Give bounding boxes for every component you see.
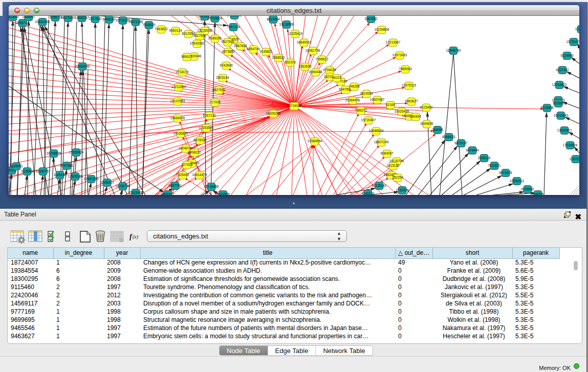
svg-text:19218506: 19218506 bbox=[279, 23, 294, 26]
svg-text:6879197: 6879197 bbox=[454, 141, 468, 145]
svg-text:1733426: 1733426 bbox=[396, 188, 409, 192]
svg-text:8267130: 8267130 bbox=[203, 114, 216, 117]
svg-text:12213369: 12213369 bbox=[171, 85, 186, 89]
svg-text:8958923: 8958923 bbox=[442, 135, 455, 139]
svg-text:14526392: 14526392 bbox=[227, 16, 242, 17]
svg-text:9319508: 9319508 bbox=[216, 192, 230, 195]
svg-text:10688609: 10688609 bbox=[369, 129, 384, 133]
svg-text:7515520: 7515520 bbox=[142, 23, 156, 27]
svg-text:7485063: 7485063 bbox=[399, 67, 412, 71]
svg-text:1167533: 1167533 bbox=[570, 157, 579, 161]
svg-text:1527602: 1527602 bbox=[89, 17, 102, 20]
svg-text:2087682: 2087682 bbox=[364, 17, 378, 20]
svg-text:62160: 62160 bbox=[386, 103, 395, 106]
svg-text:746266: 746266 bbox=[349, 84, 360, 88]
svg-text:16154808: 16154808 bbox=[375, 28, 389, 31]
svg-text:9115460: 9115460 bbox=[420, 105, 433, 109]
svg-text:12353594: 12353594 bbox=[199, 126, 214, 129]
svg-text:12213967: 12213967 bbox=[386, 40, 401, 44]
svg-text:7632621: 7632621 bbox=[488, 164, 501, 167]
svg-text:9699695: 9699695 bbox=[420, 122, 433, 125]
svg-text:7625402: 7625402 bbox=[176, 173, 189, 177]
svg-text:9960124: 9960124 bbox=[169, 29, 182, 32]
svg-text:8835061: 8835061 bbox=[10, 164, 23, 168]
svg-text:8186326: 8186326 bbox=[208, 36, 222, 40]
svg-text:16914479: 16914479 bbox=[192, 173, 207, 177]
svg-text:2055724: 2055724 bbox=[16, 21, 29, 25]
svg-text:16671355: 16671355 bbox=[128, 20, 143, 24]
svg-text:9084067: 9084067 bbox=[380, 151, 394, 155]
svg-text:7955812: 7955812 bbox=[315, 57, 329, 61]
svg-text:15720407: 15720407 bbox=[361, 118, 376, 122]
svg-text:19654905: 19654905 bbox=[170, 116, 185, 120]
svg-text:2313607: 2313607 bbox=[9, 16, 19, 18]
svg-text:9242848: 9242848 bbox=[220, 63, 233, 67]
svg-text:10033809: 10033809 bbox=[208, 16, 223, 20]
svg-text:20691406: 20691406 bbox=[35, 20, 50, 24]
svg-text:46123: 46123 bbox=[332, 76, 341, 79]
svg-text:12975115: 12975115 bbox=[402, 83, 417, 87]
svg-text:19384554: 19384554 bbox=[308, 139, 322, 143]
svg-text:832203: 832203 bbox=[285, 60, 296, 64]
svg-text:18375497: 18375497 bbox=[61, 16, 76, 19]
svg-text:327433: 327433 bbox=[181, 163, 192, 166]
svg-text:9245123: 9245123 bbox=[361, 192, 375, 195]
svg-text:6466160: 6466160 bbox=[102, 17, 116, 21]
svg-text:8990448: 8990448 bbox=[309, 70, 322, 74]
svg-text:11325419: 11325419 bbox=[288, 32, 303, 35]
svg-text:16210643: 16210643 bbox=[554, 114, 569, 117]
svg-text:9097586: 9097586 bbox=[60, 164, 73, 167]
svg-text:8427552: 8427552 bbox=[212, 88, 226, 92]
svg-text:3498222: 3498222 bbox=[188, 150, 201, 154]
svg-text:7463822: 7463822 bbox=[155, 27, 168, 31]
svg-text:1362615: 1362615 bbox=[298, 64, 312, 68]
svg-text:14136141: 14136141 bbox=[372, 184, 387, 187]
svg-text:29053346: 29053346 bbox=[75, 64, 90, 68]
svg-text:9527500: 9527500 bbox=[193, 34, 206, 37]
svg-text:12093822: 12093822 bbox=[552, 83, 567, 86]
svg-text:3824554: 3824554 bbox=[360, 92, 373, 95]
svg-text:1615152: 1615152 bbox=[386, 164, 400, 167]
svg-text:3873685: 3873685 bbox=[222, 50, 235, 53]
svg-text:19166825: 19166825 bbox=[173, 132, 188, 135]
svg-text:20206576: 20206576 bbox=[47, 151, 61, 155]
svg-text:164095: 164095 bbox=[432, 128, 443, 132]
svg-text:15718485: 15718485 bbox=[204, 185, 219, 188]
svg-text:9794028: 9794028 bbox=[323, 68, 336, 72]
svg-text:15751074: 15751074 bbox=[567, 40, 579, 43]
svg-text:252254: 252254 bbox=[392, 176, 403, 179]
svg-text:18724007: 18724007 bbox=[287, 104, 302, 107]
svg-text:2718176: 2718176 bbox=[176, 70, 189, 74]
svg-text:9527505: 9527505 bbox=[221, 40, 234, 43]
svg-text:16782759: 16782759 bbox=[116, 184, 130, 188]
svg-text:924565: 924565 bbox=[532, 192, 543, 195]
svg-text:1117205: 1117205 bbox=[575, 27, 579, 31]
svg-text:13692971: 13692971 bbox=[557, 128, 572, 132]
svg-text:1834907: 1834907 bbox=[22, 16, 35, 18]
svg-text:10973493: 10973493 bbox=[393, 53, 407, 57]
svg-text:(x): (x) bbox=[133, 234, 139, 240]
svg-text:9146821: 9146821 bbox=[259, 50, 273, 53]
svg-text:12942757: 12942757 bbox=[36, 169, 51, 173]
svg-text:8813054: 8813054 bbox=[267, 17, 280, 21]
svg-text:18300295: 18300295 bbox=[266, 112, 281, 115]
svg-text:9857791: 9857791 bbox=[168, 184, 182, 187]
svg-text:10807487: 10807487 bbox=[370, 98, 385, 101]
svg-text:1115682: 1115682 bbox=[21, 169, 34, 173]
svg-text:8678332: 8678332 bbox=[193, 138, 207, 142]
svg-text:1588520: 1588520 bbox=[272, 56, 285, 59]
svg-text:9245652: 9245652 bbox=[521, 187, 534, 191]
svg-text:9463627: 9463627 bbox=[405, 99, 418, 103]
svg-text:1145194: 1145194 bbox=[54, 173, 67, 177]
svg-text:180404: 180404 bbox=[410, 115, 421, 118]
svg-text:8215958: 8215958 bbox=[540, 106, 554, 110]
svg-text:15226058: 15226058 bbox=[198, 29, 212, 32]
svg-text:17359924: 17359924 bbox=[69, 150, 84, 154]
svg-text:17957225: 17957225 bbox=[84, 177, 99, 181]
svg-text:8454749: 8454749 bbox=[247, 47, 260, 51]
svg-text:9129966: 9129966 bbox=[560, 54, 574, 57]
svg-text:10543382: 10543382 bbox=[190, 41, 205, 45]
svg-text:2803144: 2803144 bbox=[216, 76, 229, 79]
svg-text:16961758: 16961758 bbox=[306, 49, 320, 52]
svg-text:20364436: 20364436 bbox=[345, 98, 360, 102]
